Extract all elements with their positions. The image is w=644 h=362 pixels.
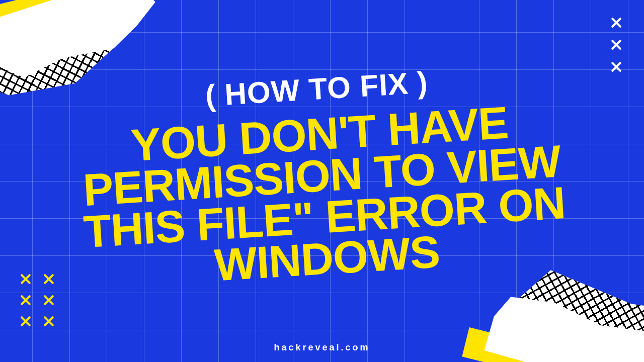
x-icon	[20, 295, 31, 306]
x-icon	[611, 17, 622, 28]
x-icon	[611, 61, 622, 72]
x-icon	[20, 316, 31, 327]
x-icon	[43, 274, 54, 285]
x-icon	[43, 316, 54, 327]
thumbnail-canvas: ( HOW TO FIX ) YOU DON'T HAVE PERMISSION…	[0, 0, 644, 362]
x-marks-top-right	[611, 17, 622, 72]
headline-block: ( HOW TO FIX ) YOU DON'T HAVE PERMISSION…	[54, 58, 589, 296]
x-icon	[611, 39, 622, 50]
footer-credit: hackreveal.com	[0, 342, 644, 353]
title-text: YOU DON'T HAVE PERMISSION TO VIEW THIS F…	[57, 98, 589, 296]
x-icon	[43, 295, 54, 306]
x-icon	[20, 274, 31, 285]
x-marks-bottom-left	[20, 274, 54, 327]
